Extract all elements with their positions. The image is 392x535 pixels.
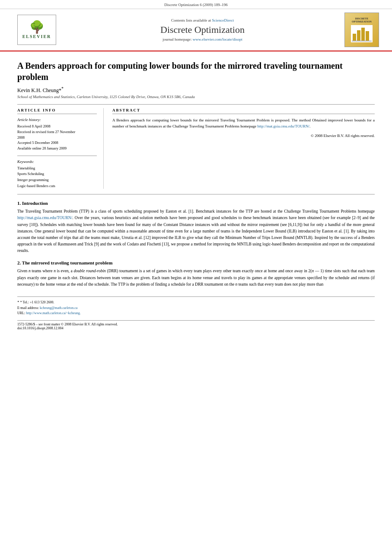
keywords-label: Keywords:	[17, 159, 97, 164]
sciencedirect-label: Contents lists available at ScienceDirec…	[69, 18, 336, 22]
section2-text: Given n teams where n is even, a double …	[17, 268, 375, 288]
footer-tel: * Tel.: +1 613 520 2600.	[20, 300, 54, 304]
elsevier-tree-icon: 🌳	[29, 21, 45, 33]
copyright-text: © 2008 Elsevier B.V. All rights reserved…	[112, 134, 375, 138]
divider-top	[17, 104, 375, 105]
article-info-heading: ARTICLE INFO	[17, 108, 97, 114]
footer-email-label: E-mail address:	[17, 306, 39, 310]
doi-text: doi:10.1016/j.disopt.2008.12.004	[17, 326, 63, 330]
svg-rect-0	[353, 34, 356, 41]
section1-heading: 1. Introduction	[17, 201, 375, 206]
journal-header: 🌳 ELSEVIER Contents lists available at S…	[0, 9, 392, 51]
keywords-text: Timetabling Sports Scheduling Integer pr…	[17, 166, 97, 189]
divider-keywords	[17, 156, 97, 156]
paper-author: Kevin K.H. Cheung**	[17, 86, 375, 94]
elsevier-logo: 🌳 ELSEVIER	[13, 15, 61, 45]
homepage-link[interactable]: www.elsevier.com/locate/disopt	[193, 37, 242, 41]
paper-affiliation: School of Mathematics and Statistics, Ca…	[17, 95, 375, 99]
footer-url-label: URL:	[17, 311, 25, 315]
journal-citation: Discrete Optimization 6 (2009) 189–196	[164, 3, 227, 7]
elsevier-logo-box: 🌳 ELSEVIER	[17, 15, 56, 45]
journal-header-center: Contents lists available at ScienceDirec…	[61, 18, 344, 41]
issn-text: 1572-5286/$ – see front matter © 2008 El…	[17, 322, 118, 326]
abstract-link[interactable]: http://mat.gsia.cmu.edu/TOURN/	[257, 124, 309, 128]
sciencedirect-link[interactable]: ScienceDirect	[212, 18, 234, 22]
article-history-label: Article history:	[17, 118, 97, 122]
section1-ttp-link[interactable]: http://mat.gsia.cmu.edu/TOURN/	[17, 216, 72, 220]
journal-homepage: journal homepage: www.elsevier.com/locat…	[69, 37, 336, 41]
section1-text: The Traveling Tournament Problem (TTP) i…	[17, 208, 375, 254]
journal-top-bar: Discrete Optimization 6 (2009) 189–196	[0, 0, 392, 9]
issn-bar: 1572-5286/$ – see front matter © 2008 El…	[17, 320, 375, 330]
divider-body	[17, 194, 375, 194]
abstract-heading: ABSTRACT	[112, 108, 375, 114]
asterisk-footnote: *	[61, 86, 64, 91]
svg-rect-3	[366, 31, 369, 41]
cover-title: DISCRETEOPTIMIZATION	[352, 17, 372, 23]
section2-heading: 2. The mirrored traveling tournament pro…	[17, 260, 375, 265]
footer-notes: * * Tel.: +1 613 520 2600. E-mail addres…	[17, 299, 375, 316]
footnote-star: *	[17, 300, 20, 304]
article-info-col: ARTICLE INFO Article history: Received 8…	[17, 108, 104, 189]
svg-rect-1	[357, 30, 360, 41]
journal-cover: DISCRETEOPTIMIZATION	[344, 13, 379, 47]
paper-title: A Benders approach for computing lower b…	[17, 60, 375, 83]
footer-section: * * Tel.: +1 613 520 2600. E-mail addres…	[17, 296, 375, 316]
svg-rect-2	[361, 28, 365, 41]
footer-url-link[interactable]: http://www.math.carleton.ca/~kcheung.	[26, 311, 80, 315]
article-history-text: Received 8 April 2008 Received in revise…	[17, 124, 97, 151]
two-col-section: ARTICLE INFO Article history: Received 8…	[17, 108, 375, 189]
elsevier-brand-text: ELSEVIER	[22, 34, 51, 39]
abstract-col: ABSTRACT A Benders approach for computin…	[112, 108, 375, 189]
footer-email-link[interactable]: kcheung@math.carleton.ca	[40, 306, 77, 310]
page-wrapper: Discrete Optimization 6 (2009) 189–196 🌳…	[0, 0, 392, 535]
obtained-text: Obtained	[312, 118, 326, 122]
main-content: A Benders approach for computing lower b…	[0, 51, 392, 334]
abstract-text: A Benders approach for computing lower b…	[112, 118, 375, 129]
journal-title: Discrete Optimization	[69, 24, 336, 35]
cover-graphic	[351, 25, 373, 42]
